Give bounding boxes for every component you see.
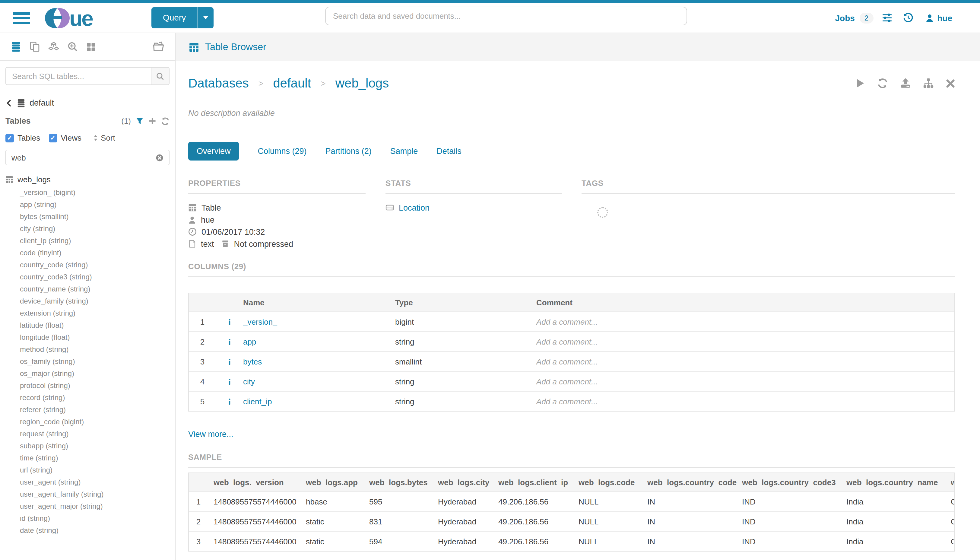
views-checkbox[interactable]: ✓ <box>48 134 57 142</box>
table-list-item[interactable]: web_logs <box>5 175 170 184</box>
info-icon[interactable] <box>226 338 233 345</box>
refresh-tables-icon[interactable] <box>161 117 170 125</box>
column-list-item[interactable]: bytes (smallint) <box>20 211 170 223</box>
sql-assist-icon[interactable] <box>11 42 21 52</box>
sql-tables-search-input[interactable] <box>6 68 151 85</box>
sample-table-viewport[interactable]: web_logs._version_ web_logs.app web_logs… <box>188 472 955 552</box>
folder-icon[interactable] <box>153 41 164 52</box>
filter-funnel-icon[interactable] <box>136 117 143 125</box>
chevron-left-icon[interactable] <box>5 99 13 107</box>
tables-checkbox[interactable]: ✓ <box>5 134 14 142</box>
column-list-item[interactable]: os_family (string) <box>20 355 170 368</box>
breadcrumb-table[interactable]: web_logs <box>335 76 389 90</box>
column-list-item[interactable]: time (string) <box>20 452 170 464</box>
cell-code: NULL <box>573 497 642 506</box>
sliders-icon[interactable] <box>882 13 892 23</box>
database-name[interactable]: default <box>30 98 54 107</box>
comment-placeholder[interactable]: Add a comment... <box>536 397 954 406</box>
tab-columns[interactable]: Columns (29) <box>258 147 307 156</box>
column-list-item[interactable]: app (string) <box>20 198 170 211</box>
sitemap-lineage-icon[interactable] <box>923 78 933 89</box>
column-list-item[interactable]: subapp (string) <box>20 440 170 452</box>
column-name-link[interactable]: app <box>243 337 256 346</box>
column-list-item[interactable]: os_major (string) <box>20 368 170 380</box>
table-filter-input[interactable]: web <box>5 150 170 165</box>
column-list-item[interactable]: region_code (bigint) <box>20 416 170 428</box>
tab-partitions[interactable]: Partitions (2) <box>326 147 372 156</box>
column-list-item[interactable]: referer (string) <box>20 404 170 416</box>
column-list-item[interactable]: user_agent_major (string) <box>20 500 170 512</box>
table-description[interactable]: No description available <box>188 108 955 118</box>
column-name-link[interactable]: city <box>243 377 255 386</box>
column-list-item[interactable]: device_family (string) <box>20 295 170 307</box>
breadcrumb-databases[interactable]: Databases <box>188 76 249 90</box>
jobs-link[interactable]: Jobs <box>835 13 855 23</box>
tab-overview[interactable]: Overview <box>188 142 239 160</box>
column-name-link[interactable]: bytes <box>243 357 262 366</box>
column-list-item[interactable]: method (string) <box>20 343 170 355</box>
column-list-item[interactable]: user_agent_family (string) <box>20 488 170 500</box>
column-list-item[interactable]: _version_ (bigint) <box>20 187 170 198</box>
tab-details[interactable]: Details <box>436 147 461 156</box>
query-button-label[interactable]: Query <box>151 7 197 28</box>
column-list-item[interactable]: city (string) <box>20 223 170 235</box>
zoom-plus-icon[interactable] <box>68 42 78 52</box>
info-icon[interactable] <box>226 377 233 385</box>
column-list-item[interactable]: country_code3 (string) <box>20 271 170 283</box>
hue-logo[interactable]: ue <box>45 7 108 32</box>
column-list-item[interactable]: protocol (string) <box>20 380 170 392</box>
clear-filter-icon[interactable] <box>156 153 163 162</box>
jobs-count-badge[interactable]: 2 <box>860 12 873 23</box>
comment-placeholder[interactable]: Add a comment... <box>536 377 954 386</box>
column-name-link[interactable]: client_ip <box>243 397 272 406</box>
hamburger-menu-icon[interactable] <box>13 12 30 24</box>
table-name[interactable]: web_logs <box>18 175 51 184</box>
column-list-item[interactable]: extension (string) <box>20 307 170 319</box>
column-list-item[interactable]: user_agent (string) <box>20 476 170 488</box>
tables-checkbox-label[interactable]: Tables <box>18 133 40 142</box>
view-more-link[interactable]: View more... <box>188 430 955 439</box>
global-search-input[interactable] <box>325 7 687 25</box>
add-table-icon[interactable] <box>148 117 156 125</box>
column-list-item[interactable]: longitude (float) <box>20 331 170 343</box>
info-icon[interactable] <box>226 397 233 405</box>
column-list-item[interactable]: country_code (string) <box>20 259 170 271</box>
column-type: smallint <box>395 357 536 366</box>
comment-placeholder[interactable]: Add a comment... <box>536 357 954 366</box>
info-icon[interactable] <box>226 358 233 365</box>
column-list-item[interactable]: client_ip (string) <box>20 235 170 247</box>
user-menu[interactable]: hue <box>925 13 952 23</box>
close-icon[interactable] <box>946 79 955 88</box>
query-dropdown-caret[interactable] <box>197 7 213 28</box>
column-list-item[interactable]: date (string) <box>20 524 170 537</box>
column-list-item[interactable]: code (tinyint) <box>20 247 170 259</box>
column-list-item[interactable]: latitude (float) <box>20 319 170 331</box>
column-list-item[interactable]: request (string) <box>20 428 170 440</box>
info-icon[interactable] <box>226 318 233 325</box>
user-icon <box>925 13 933 22</box>
sample-table: web_logs._version_ web_logs.app web_logs… <box>189 473 955 551</box>
comment-placeholder[interactable]: Add a comment... <box>536 337 954 346</box>
column-list-item[interactable]: country_name (string) <box>20 283 170 295</box>
column-list-item[interactable]: url (string) <box>20 464 170 476</box>
functions-cubes-icon[interactable] <box>48 41 59 52</box>
documents-icon[interactable] <box>30 42 40 52</box>
sql-tables-search-button[interactable] <box>151 68 169 85</box>
database-breadcrumb-row[interactable]: default <box>5 98 170 107</box>
sort-control[interactable]: Sort <box>92 133 115 142</box>
column-name-link[interactable]: _version_ <box>243 317 277 326</box>
sample-header-version: web_logs._version_ <box>208 478 300 487</box>
apps-grid-icon[interactable] <box>86 42 96 52</box>
breadcrumb-database[interactable]: default <box>273 76 311 90</box>
query-button[interactable]: Query <box>151 7 213 28</box>
location-link[interactable]: Location <box>399 203 429 212</box>
column-list-item[interactable]: id (string) <box>20 512 170 524</box>
import-upload-icon[interactable] <box>900 78 911 89</box>
refresh-icon[interactable] <box>877 78 888 89</box>
comment-placeholder[interactable]: Add a comment... <box>536 317 954 326</box>
tab-sample[interactable]: Sample <box>390 147 418 156</box>
column-list-item[interactable]: record (string) <box>20 392 170 404</box>
history-icon[interactable] <box>903 13 913 23</box>
views-checkbox-label[interactable]: Views <box>61 133 82 142</box>
query-play-icon[interactable] <box>855 78 865 88</box>
